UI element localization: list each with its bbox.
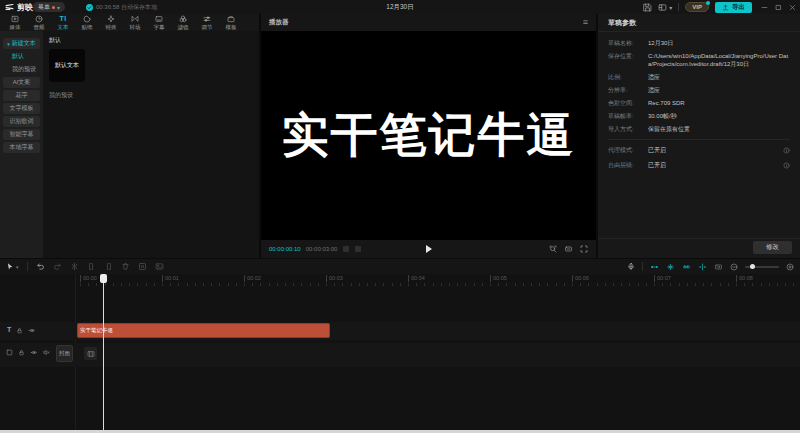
app-logo: 剪映 xyxy=(5,2,33,13)
sidebar-item-new-text[interactable]: ▾ 新建文本 xyxy=(3,38,40,49)
redo-button[interactable] xyxy=(53,262,62,271)
sidebar-item-text-template[interactable]: 文字模板 xyxy=(3,103,40,114)
sidebar-item-lyrics-recognition[interactable]: 识别歌词 xyxy=(3,116,40,127)
captions-icon xyxy=(154,15,164,23)
export-button[interactable]: 导出 xyxy=(715,2,752,13)
info-icon[interactable] xyxy=(783,162,790,169)
tab-template[interactable]: 模板 xyxy=(219,14,243,31)
timeline-ruler[interactable]: 00:00 00:01 00:02 00:03 00:04 00:05 00:0… xyxy=(75,274,800,287)
caret-down-icon: ▾ xyxy=(7,41,10,47)
record-voiceover-button[interactable] xyxy=(627,262,635,271)
playhead[interactable] xyxy=(103,274,104,430)
effects-icon xyxy=(106,15,116,23)
text-icon: TI xyxy=(59,15,66,23)
maximize-button[interactable] xyxy=(775,4,782,11)
text-track-header: T xyxy=(7,326,36,334)
lock-icon[interactable] xyxy=(18,349,25,356)
tab-audio[interactable]: 音频 xyxy=(27,14,51,31)
player-panel: 播放器 ≡ 实干笔记牛逼 00:00:00:10 00:00:03:00 xyxy=(261,14,596,258)
frame-forward-button[interactable] xyxy=(355,246,361,252)
sidebar-item-ai-copy[interactable]: AI文案 xyxy=(3,77,40,88)
sidebar-item-local-captions[interactable]: 本地字幕 xyxy=(3,142,40,153)
layout-switch-button[interactable]: ▾ xyxy=(658,3,672,12)
tab-media[interactable]: 媒体 xyxy=(3,14,27,31)
adjust-icon xyxy=(202,15,212,23)
zoom-out-button[interactable] xyxy=(730,263,738,271)
default-text-card[interactable]: 默认文本 xyxy=(49,49,85,82)
tab-adjust[interactable]: 调节 xyxy=(195,14,219,31)
sidebar-item-fancy-text[interactable]: 花字 xyxy=(3,90,40,101)
player-menu-icon[interactable]: ≡ xyxy=(583,18,588,27)
matting-tool-button[interactable] xyxy=(155,262,164,271)
tab-filter[interactable]: 滤镜 xyxy=(171,14,195,31)
chevron-down-icon: ▾ xyxy=(57,4,60,11)
split-button[interactable] xyxy=(70,262,79,271)
undo-button[interactable] xyxy=(36,262,45,271)
resource-panel: 媒体 音频 TI 文本 贴纸 特效 转场 xyxy=(0,14,259,258)
frame-backward-button[interactable] xyxy=(343,246,349,252)
timeline-zoom-slider[interactable] xyxy=(745,266,779,268)
menu-notification-dot xyxy=(52,6,55,9)
menu-button[interactable]: 菜单 ▾ xyxy=(33,2,65,12)
cover-button[interactable]: 封面 xyxy=(56,345,73,362)
text-clip[interactable]: 实干笔记牛逼 xyxy=(77,323,330,338)
transition-icon xyxy=(130,15,140,23)
auto-snap-toggle[interactable] xyxy=(666,263,675,271)
field-frame-rate: 草稿帧率: 30.00帧/秒 xyxy=(608,112,790,120)
capcut-window: 剪映 菜单 ▾ 00:36:58 自动保存本地 12月30日 ▾ VIP xyxy=(0,0,800,433)
lock-icon[interactable] xyxy=(16,327,23,334)
video-canvas[interactable]: 实干笔记牛逼 xyxy=(261,31,596,240)
sidebar-item-my-presets[interactable]: 我的预设 xyxy=(3,64,40,75)
vip-badge[interactable]: VIP xyxy=(685,2,709,12)
section-default-title: 默认 xyxy=(49,36,259,45)
eye-icon[interactable] xyxy=(30,349,38,356)
trim-right-button[interactable] xyxy=(104,262,113,271)
autosave-status: 00:36:58 自动保存本地 xyxy=(86,3,157,12)
zoom-slider-knob[interactable] xyxy=(750,264,755,269)
fit-canvas-icon[interactable] xyxy=(549,245,557,253)
tab-captions[interactable]: 字幕 xyxy=(147,14,171,31)
tab-effects[interactable]: 特效 xyxy=(99,14,123,31)
preview-axis-toggle[interactable] xyxy=(698,263,707,271)
jianying-logo-icon xyxy=(5,3,14,12)
autosave-cloud-icon xyxy=(86,4,93,11)
trim-left-button[interactable] xyxy=(87,262,96,271)
select-tool-button[interactable]: ▾ xyxy=(6,262,19,271)
field-proxy-mode: 代理模式: 已开启 xyxy=(608,146,790,154)
layout-icon xyxy=(658,3,667,12)
fullscreen-icon[interactable] xyxy=(580,245,588,253)
main-track-magnet-toggle[interactable] xyxy=(650,263,659,271)
main-track-placeholder-icon[interactable] xyxy=(84,347,97,360)
video-track-header xyxy=(6,349,62,356)
tab-transition[interactable]: 转场 xyxy=(123,14,147,31)
field-resolution: 分辨率: 适应 xyxy=(608,86,790,94)
mute-icon[interactable] xyxy=(43,349,50,356)
player-controls: 00:00:00:10 00:00:03:00 xyxy=(261,240,596,258)
tab-text[interactable]: TI 文本 xyxy=(51,14,75,31)
media-icon xyxy=(10,15,20,23)
filter-icon xyxy=(178,15,188,23)
text-panel-sidebar: ▾ 新建文本 默认 我的预设 AI文案 花字 文字模板 识别歌词 智能字幕 本地… xyxy=(0,31,43,258)
divider xyxy=(642,262,643,271)
divider xyxy=(27,262,28,271)
play-button[interactable] xyxy=(426,245,432,253)
save-icon[interactable] xyxy=(643,3,652,12)
linkage-toggle[interactable] xyxy=(682,263,691,271)
info-icon[interactable] xyxy=(783,147,790,154)
video-text-overlay[interactable]: 实干笔记牛逼 xyxy=(282,104,576,167)
sidebar-item-default[interactable]: 默认 xyxy=(3,51,40,62)
playhead-handle[interactable] xyxy=(100,274,107,283)
modify-button[interactable]: 修改 xyxy=(753,241,792,254)
zoom-in-button[interactable] xyxy=(786,263,794,271)
minimize-button[interactable] xyxy=(761,4,768,11)
field-ratio: 比例: 适应 xyxy=(608,73,790,81)
tab-sticker[interactable]: 贴纸 xyxy=(75,14,99,31)
titlebar: 剪映 菜单 ▾ 00:36:58 自动保存本地 12月30日 ▾ VIP xyxy=(0,0,800,14)
inout-point-toggle[interactable] xyxy=(714,263,723,271)
freeze-frame-button[interactable] xyxy=(138,262,147,271)
canvas-ratio-icon[interactable] xyxy=(564,245,573,253)
delete-button[interactable] xyxy=(121,262,130,271)
close-button[interactable] xyxy=(789,4,796,11)
eye-icon[interactable] xyxy=(28,327,36,334)
sidebar-item-smart-captions[interactable]: 智能字幕 xyxy=(3,129,40,140)
